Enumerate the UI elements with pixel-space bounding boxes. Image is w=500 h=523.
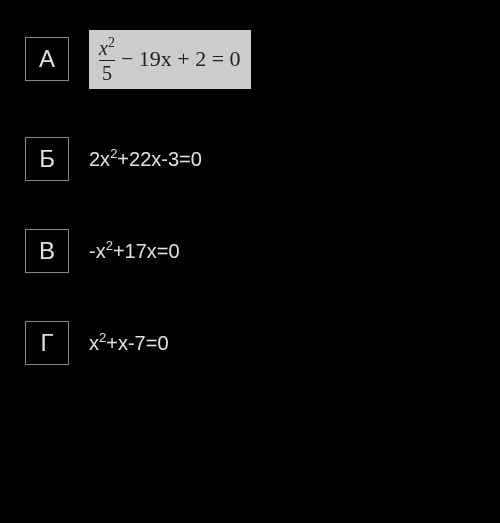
option-v-row: В -x2+17x=0 (25, 229, 475, 273)
equation-text: 2x2+22x-3=0 (89, 146, 202, 171)
option-b-row: Б 2x2+22x-3=0 (25, 137, 475, 181)
equation-a: x2 5 − 19x + 2 = 0 (89, 30, 251, 89)
label-text: В (39, 237, 55, 265)
equation-rest: − 19x + 2 = 0 (121, 46, 241, 72)
denominator: 5 (102, 61, 112, 83)
fraction: x2 5 (99, 36, 115, 83)
label-text: Б (39, 145, 55, 173)
label-text: Г (41, 329, 54, 357)
numerator: x2 (99, 36, 115, 60)
option-label-b[interactable]: Б (25, 137, 69, 181)
option-label-g[interactable]: Г (25, 321, 69, 365)
option-g-row: Г x2+x-7=0 (25, 321, 475, 365)
equation-b: 2x2+22x-3=0 (89, 146, 202, 171)
equation-text: -x2+17x=0 (89, 238, 180, 263)
equation-text: x2+x-7=0 (89, 330, 169, 355)
option-label-v[interactable]: В (25, 229, 69, 273)
label-text: А (39, 45, 55, 73)
equation-g: x2+x-7=0 (89, 330, 169, 355)
option-label-a[interactable]: А (25, 37, 69, 81)
equation-v: -x2+17x=0 (89, 238, 180, 263)
option-a-row: А x2 5 − 19x + 2 = 0 (25, 30, 475, 89)
